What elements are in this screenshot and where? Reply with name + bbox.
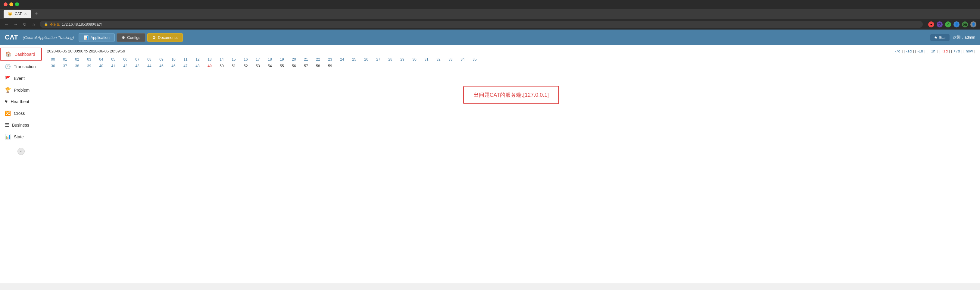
address-bar[interactable]: 🔒 不安全 172.16.48.185:8080/cat/r [40, 21, 923, 28]
minute-27[interactable]: 27 [372, 56, 384, 62]
minute-35[interactable]: 35 [469, 56, 480, 62]
sidebar-item-transaction[interactable]: 🕐 Transaction [0, 61, 42, 72]
tab-application-label: Application [90, 35, 110, 40]
nav-now[interactable]: now [965, 49, 974, 53]
minute-07[interactable]: 07 [131, 56, 143, 62]
home-button[interactable]: ⌂ [31, 22, 37, 27]
minute-43[interactable]: 43 [131, 63, 143, 69]
traffic-lights [3, 2, 19, 6]
sidebar-collapse-button[interactable]: « [18, 148, 25, 155]
minute-45[interactable]: 45 [155, 63, 167, 69]
minute-25[interactable]: 25 [348, 56, 360, 62]
minute-34[interactable]: 34 [457, 56, 469, 62]
tab-documents-label: Documents [158, 35, 178, 40]
minute-16[interactable]: 16 [240, 56, 252, 62]
minute-36[interactable]: 36 [47, 63, 59, 69]
minute-39[interactable]: 39 [83, 63, 95, 69]
minute-26[interactable]: 26 [360, 56, 372, 62]
new-tab-button[interactable]: + [35, 11, 38, 17]
minute-14[interactable]: 14 [216, 56, 228, 62]
minute-54: 54 [264, 63, 276, 69]
sidebar-item-heartbeat[interactable]: ♥ Heartbeat [0, 96, 42, 107]
nav-minus-7d[interactable]: -7d [894, 49, 901, 53]
minute-32[interactable]: 32 [433, 56, 444, 62]
close-button[interactable] [3, 2, 8, 6]
minute-30[interactable]: 30 [408, 56, 420, 62]
star-button[interactable]: ★ Star [930, 34, 950, 41]
maximize-button[interactable] [15, 2, 19, 6]
minute-40[interactable]: 40 [95, 63, 107, 69]
minute-13[interactable]: 13 [204, 56, 216, 62]
minute-49[interactable]: 49 [204, 63, 216, 69]
minute-08[interactable]: 08 [143, 56, 155, 62]
minute-48[interactable]: 48 [191, 63, 204, 69]
minute-05[interactable]: 05 [107, 56, 119, 62]
tab-application[interactable]: 📊 Application [79, 33, 115, 42]
nav-tabs: 📊 Application ⚙ Configs ⚙ Documents [79, 33, 183, 42]
minimize-button[interactable] [10, 2, 13, 6]
minute-37[interactable]: 37 [59, 63, 71, 69]
sidebar-label-state: State [14, 134, 24, 139]
minute-20[interactable]: 20 [288, 56, 300, 62]
minute-06[interactable]: 06 [119, 56, 131, 62]
minute-11[interactable]: 11 [180, 56, 191, 62]
minute-00[interactable]: 00 [47, 56, 59, 62]
forward-button[interactable]: → [13, 22, 19, 27]
minute-01[interactable]: 01 [59, 56, 71, 62]
minute-29[interactable]: 29 [396, 56, 408, 62]
minute-17[interactable]: 17 [252, 56, 264, 62]
ext-icon-2[interactable]: ▽ [937, 21, 943, 27]
minute-44[interactable]: 44 [143, 63, 155, 69]
security-icon: 🔒 [44, 22, 48, 26]
sidebar-item-dashboard[interactable]: 🏠 Dashboard [0, 48, 42, 61]
browser-tab[interactable]: 🐱 CAT ✕ [3, 10, 31, 18]
ext-icon-3[interactable]: ✓ [945, 21, 951, 27]
minute-23[interactable]: 23 [324, 56, 336, 62]
tab-configs[interactable]: ⚙ Configs [116, 33, 145, 42]
browser-titlebar [0, 0, 980, 9]
nav-minus-1h[interactable]: -1h [917, 49, 924, 53]
sidebar-item-business[interactable]: ☰ Business [0, 119, 42, 131]
minute-03[interactable]: 03 [83, 56, 95, 62]
sidebar-item-event[interactable]: 🚩 Event [0, 72, 42, 84]
sidebar-item-problem[interactable]: 🏆 Problem [0, 84, 42, 96]
nav-plus-1h[interactable]: +1h [928, 49, 936, 53]
ext-icon-1[interactable]: ● [928, 21, 934, 27]
minute-12[interactable]: 12 [191, 56, 204, 62]
minute-09[interactable]: 09 [155, 56, 167, 62]
minute-04[interactable]: 04 [95, 56, 107, 62]
minute-24[interactable]: 24 [336, 56, 348, 62]
minute-41[interactable]: 41 [107, 63, 119, 69]
ext-icon-5[interactable]: on [962, 21, 968, 27]
date-range-header: 2020-06-05 20:00:00 to 2020-06-05 20:59:… [47, 49, 975, 53]
tab-documents[interactable]: ⚙ Documents [147, 33, 183, 42]
nav-minus-1d[interactable]: -1d [905, 49, 913, 53]
ext-icon-6[interactable]: 👤 [970, 21, 977, 27]
minute-42[interactable]: 42 [119, 63, 131, 69]
nav-plus-1d[interactable]: +1d [940, 49, 948, 53]
nav-plus-7d[interactable]: +7d [953, 49, 961, 53]
minute-33[interactable]: 33 [444, 56, 457, 62]
minute-46[interactable]: 46 [167, 63, 180, 69]
minute-22[interactable]: 22 [312, 56, 324, 62]
reload-button[interactable]: ↻ [22, 22, 28, 27]
sidebar-item-state[interactable]: 📊 State [0, 131, 42, 143]
minute-10[interactable]: 10 [167, 56, 180, 62]
browser-tab-bar: 🐱 CAT ✕ + [0, 9, 980, 19]
tab-close-icon[interactable]: ✕ [24, 12, 27, 16]
minute-19[interactable]: 19 [276, 56, 288, 62]
minute-18[interactable]: 18 [264, 56, 276, 62]
url-prefix: 不安全 [50, 22, 60, 27]
minute-31[interactable]: 31 [420, 56, 433, 62]
minute-21[interactable]: 21 [300, 56, 312, 62]
ext-icon-4[interactable]: 👤 [953, 21, 959, 27]
sidebar-item-cross[interactable]: 🔀 Cross [0, 107, 42, 119]
back-button[interactable]: ← [3, 22, 10, 27]
top-nav-left: CAT (Central Application Tracking) 📊 App… [5, 33, 183, 42]
minute-28[interactable]: 28 [384, 56, 396, 62]
minute-47[interactable]: 47 [180, 63, 191, 69]
minute-38[interactable]: 38 [71, 63, 83, 69]
minute-52: 52 [240, 63, 252, 69]
minute-02[interactable]: 02 [71, 56, 83, 62]
minute-15[interactable]: 15 [228, 56, 240, 62]
